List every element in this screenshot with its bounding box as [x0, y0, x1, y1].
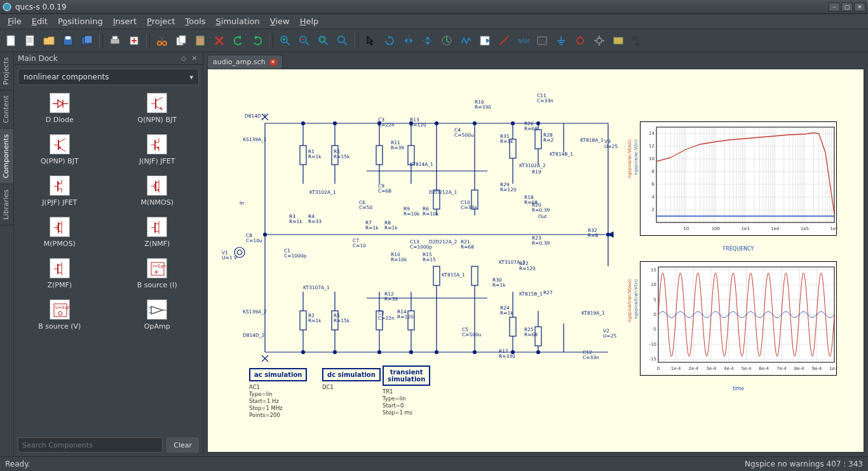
label-C5: C5 C=500u	[462, 327, 482, 338]
svg-rect-19	[196, 36, 204, 45]
component-label: B source (I)	[137, 281, 177, 289]
component-b-source-i-[interactable]: I=EqnB source (I)	[118, 258, 197, 289]
mirror-v-icon[interactable]	[419, 32, 436, 49]
svg-line-28	[306, 42, 309, 45]
tab-content[interactable]: Content	[0, 90, 13, 129]
new-text-icon[interactable]	[22, 32, 38, 49]
chart2-ylabel-red: ngspice/tran.V(out)	[627, 279, 632, 322]
tab-audio-amp[interactable]: audio_amp.sch ✕	[207, 55, 283, 69]
settings-icon[interactable]	[591, 32, 607, 49]
marker-icon[interactable]: M1	[629, 32, 646, 49]
svg-point-121	[410, 351, 413, 354]
label-R19: R19	[532, 170, 541, 175]
label-C4: C4 C=500u	[454, 128, 474, 138]
chart-transient[interactable]: 01e-42e-43e-44e-45e-46e-47e-48e-49e-41e-…	[640, 261, 837, 376]
menu-insert[interactable]: Insert	[108, 14, 142, 29]
sim-ac-box[interactable]: ac simulation	[249, 368, 307, 381]
svg-point-122	[435, 351, 438, 354]
component-j-pjf-jfet[interactable]: J(PJF) JFET	[20, 175, 99, 207]
schematic-canvas[interactable]: D814D_1KS139A_1InC8 C=10uV1 U=1 VR1 R=1k…	[207, 69, 864, 453]
wire-icon[interactable]	[496, 32, 512, 49]
svg-point-120	[378, 351, 381, 354]
export-icon[interactable]	[126, 32, 142, 49]
svg-text:2e-4: 2e-4	[689, 366, 699, 371]
equation-icon[interactable]: f(x)	[534, 32, 550, 49]
label-KT815A_1: KT815A_1	[442, 273, 465, 278]
zoom-1-icon[interactable]	[334, 32, 351, 49]
menu-tools[interactable]: Tools	[180, 14, 211, 29]
menu-edit[interactable]: Edit	[27, 14, 53, 29]
component-d-diode[interactable]: D Diode	[20, 93, 99, 124]
svg-text:-5: -5	[652, 327, 656, 332]
menu-file[interactable]: File	[3, 14, 27, 29]
component-m-nmos-[interactable]: M(NMOS)	[118, 175, 197, 207]
minimize-button[interactable]: –	[829, 3, 840, 11]
clear-button[interactable]: Clear	[166, 437, 199, 453]
component-z-pmf-[interactable]: Z(PMF)	[20, 258, 99, 289]
save-icon[interactable]	[60, 32, 76, 49]
component-label: Z(PMF)	[47, 281, 72, 289]
select-icon[interactable]	[362, 32, 379, 49]
component-j-njf-jfet[interactable]: J(NJF) JFET	[118, 134, 197, 165]
component-category-combo[interactable]: nonlinear components ▾	[18, 69, 199, 85]
mirror-h-icon[interactable]	[400, 32, 417, 49]
zoom-out-icon[interactable]	[296, 32, 313, 49]
zoom-in-icon[interactable]	[277, 32, 294, 49]
copy-icon[interactable]	[173, 32, 189, 49]
component-opamp[interactable]: OpAmp	[118, 299, 197, 331]
zoom-fit-icon[interactable]	[315, 32, 332, 49]
close-button[interactable]: ✕	[854, 3, 865, 11]
tab-close-icon[interactable]: ✕	[269, 58, 277, 66]
svg-text:1e3: 1e3	[741, 226, 749, 231]
component-b-source-v-[interactable]: U=EqnB source (V)	[20, 299, 99, 331]
delete-icon[interactable]	[211, 32, 227, 49]
tab-components[interactable]: Components	[0, 129, 13, 184]
save-all-icon[interactable]	[79, 32, 95, 49]
component-m-pmos-[interactable]: M(PMOS)	[20, 217, 99, 248]
menu-positioning[interactable]: Positioning	[53, 14, 108, 29]
label-R31: R31 R=1k	[500, 134, 513, 144]
component-q-npn-bjt[interactable]: Q(NPN) BJT	[118, 93, 197, 124]
svg-point-114	[435, 122, 438, 125]
print-icon[interactable]	[107, 32, 123, 49]
component-label: Q(NPN) BJT	[138, 116, 177, 124]
undo-icon[interactable]	[230, 32, 247, 49]
label-R16: R16 R=330	[475, 100, 491, 110]
new-icon[interactable]	[3, 32, 19, 49]
menu-view[interactable]: View	[265, 14, 295, 29]
port-icon[interactable]	[572, 32, 588, 49]
dock-float-icon[interactable]: ◇	[179, 54, 188, 63]
svg-rect-54	[614, 38, 623, 44]
cut-icon[interactable]	[154, 32, 170, 49]
maximize-button[interactable]: ▢	[841, 3, 853, 11]
dock-close-icon[interactable]: ✕	[190, 54, 199, 63]
chart-frequency[interactable]: 101001e31e41e51e62468101214	[640, 121, 837, 236]
ground-icon[interactable]	[553, 32, 569, 49]
component-z-nmf-[interactable]: Z(NMF)	[118, 217, 197, 248]
dc-sweep-icon[interactable]	[458, 32, 474, 49]
spice-icon[interactable]	[610, 32, 627, 49]
rotate-icon[interactable]	[381, 32, 398, 49]
menu-help[interactable]: Help	[295, 14, 324, 29]
show-last-icon[interactable]	[477, 32, 493, 49]
search-components-input[interactable]	[18, 437, 163, 453]
paste-icon[interactable]	[192, 32, 208, 49]
component-icon: I=Eqn	[147, 258, 167, 278]
label-R7: R7 R=1k	[365, 221, 379, 231]
menu-project[interactable]: Project	[142, 14, 180, 29]
svg-rect-9	[85, 36, 92, 43]
menu-simulation[interactable]: Simulation	[211, 14, 265, 29]
redo-icon[interactable]	[249, 32, 266, 49]
sim-tran-box[interactable]: transient simulation	[383, 365, 430, 386]
open-icon[interactable]	[41, 32, 57, 49]
simulate-icon[interactable]	[438, 32, 455, 49]
sim-dc-box[interactable]: dc simulation	[322, 368, 381, 381]
svg-line-34	[344, 42, 347, 45]
tab-projects[interactable]: Projects	[0, 52, 13, 90]
label-KT3102A_2: KT3102A_2	[519, 163, 546, 168]
label-C2: C2 C=22n	[378, 311, 395, 321]
label-icon[interactable]: NAME	[515, 32, 531, 49]
tab-libraries[interactable]: Libraries	[0, 184, 13, 226]
svg-point-116	[512, 122, 515, 125]
component-q-pnp-bjt[interactable]: Q(PNP) BJT	[20, 134, 99, 165]
